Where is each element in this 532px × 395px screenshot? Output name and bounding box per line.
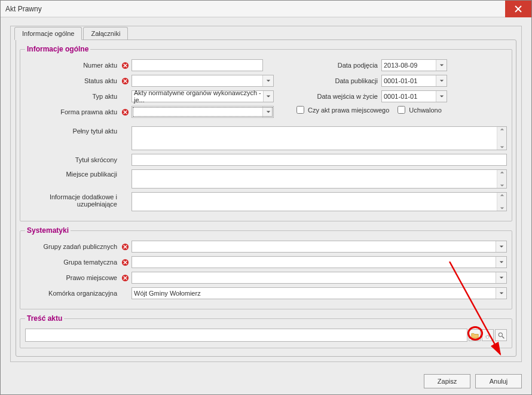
label-typ-aktu: Typ aktu bbox=[25, 93, 121, 100]
required-icon bbox=[121, 108, 129, 116]
tab-general[interactable]: Informacje ogólne bbox=[14, 27, 82, 40]
label-status-aktu: Status aktu bbox=[25, 77, 121, 84]
required-icon bbox=[121, 242, 129, 251]
required-icon bbox=[121, 77, 129, 85]
zoom-button[interactable] bbox=[495, 329, 507, 341]
chevron-down-icon bbox=[496, 272, 506, 283]
titlebar: Akt Prawny bbox=[1, 1, 531, 17]
czy-akt-checkbox[interactable] bbox=[296, 106, 304, 114]
eraser-icon bbox=[484, 332, 492, 339]
svg-line-23 bbox=[502, 336, 504, 338]
main-panel: Informacje ogólne Załączniki Informacje … bbox=[10, 26, 522, 362]
required-icon bbox=[121, 258, 129, 266]
status-aktu-select[interactable] bbox=[132, 75, 274, 87]
label-pelny-tytul: Pełny tytuł aktu bbox=[25, 126, 121, 135]
typ-aktu-select[interactable]: Akty normatywne organów wykonawczych - j… bbox=[132, 90, 274, 102]
numer-aktu-input[interactable] bbox=[132, 59, 263, 71]
label-prawo-miej: Prawo miejscowe bbox=[25, 274, 121, 281]
tab-attachments[interactable]: Załączniki bbox=[83, 27, 128, 40]
label-grupy-zadan: Grupy zadań publicznych bbox=[25, 243, 121, 250]
chevron-down-icon bbox=[263, 91, 273, 102]
grupy-zadan-select[interactable] bbox=[132, 241, 507, 253]
required-icon bbox=[121, 61, 129, 69]
fieldset-tresc: Treść aktu bbox=[20, 314, 512, 348]
required-icon bbox=[121, 274, 129, 282]
miejsce-pub-textarea[interactable] bbox=[132, 169, 507, 189]
data-publikacji-input[interactable]: 0001-01-01 bbox=[381, 75, 447, 87]
close-icon bbox=[515, 5, 522, 13]
eraser-button[interactable] bbox=[482, 329, 494, 341]
label-komorka: Komórka organizacyjna bbox=[25, 290, 121, 297]
close-button[interactable] bbox=[505, 1, 531, 17]
chevron-down-icon bbox=[262, 75, 273, 86]
open-file-button[interactable] bbox=[469, 329, 481, 341]
chevron-down-icon bbox=[496, 257, 506, 268]
chevron-down-icon bbox=[436, 75, 447, 86]
label-tytul-skr: Tytuł skrócony bbox=[25, 156, 121, 163]
label-czy-akt: Czy akt prawa miejscowego bbox=[308, 107, 389, 114]
typ-aktu-value: Akty normatywne organów wykonawczych - j… bbox=[134, 89, 263, 104]
pelny-tytul-textarea[interactable] bbox=[132, 126, 507, 150]
scrollbar[interactable] bbox=[497, 127, 506, 150]
label-grupa-tem: Grupa tematyczna bbox=[25, 259, 121, 266]
label-data-wejscia: Data wejścia w życie bbox=[292, 93, 381, 100]
window-title: Akt Prawny bbox=[5, 5, 42, 13]
label-forma: Forma prawna aktu bbox=[25, 108, 121, 116]
chevron-down-icon bbox=[496, 288, 506, 299]
chevron-down-icon bbox=[436, 60, 447, 71]
chevron-down-icon bbox=[496, 241, 506, 252]
uchwalono-checkbox[interactable] bbox=[398, 106, 405, 114]
prawo-miej-select[interactable] bbox=[132, 272, 507, 284]
label-uchwalono: Uchwalono bbox=[409, 107, 441, 114]
scrollbar[interactable] bbox=[497, 170, 506, 188]
label-info-dod: Informacje dodatkowe i uzupełniające bbox=[25, 192, 121, 208]
label-numer-aktu: Numer aktu bbox=[25, 62, 121, 69]
legend-general: Informacje ogólne bbox=[25, 45, 90, 53]
tytul-skr-input[interactable] bbox=[132, 154, 507, 166]
label-data-podjecia: Data podjęcia bbox=[292, 62, 381, 69]
save-button[interactable]: Zapisz bbox=[424, 374, 470, 388]
scrollbar[interactable] bbox=[497, 193, 506, 211]
fieldset-systematyki: Systematyki Grupy zadań publicznych Grup… bbox=[20, 226, 512, 309]
label-miejsce-pub: Miejsce publikacji bbox=[25, 169, 121, 178]
tresc-input[interactable] bbox=[25, 329, 467, 342]
data-wejscia-input[interactable]: 0001-01-01 bbox=[381, 90, 447, 102]
label-data-publikacji: Data publikacji bbox=[292, 77, 381, 84]
svg-point-22 bbox=[499, 333, 503, 337]
chevron-down-icon bbox=[262, 107, 273, 117]
magnifier-icon bbox=[497, 332, 505, 339]
forma-select[interactable] bbox=[132, 106, 274, 118]
grupa-tem-select[interactable] bbox=[132, 256, 507, 268]
fieldset-general: Informacje ogólne Numer aktu bbox=[20, 45, 512, 221]
legend-tresc: Treść aktu bbox=[25, 314, 64, 323]
legend-systematyki: Systematyki bbox=[25, 226, 71, 235]
info-dod-textarea[interactable] bbox=[132, 192, 507, 211]
komorka-select[interactable]: Wójt Gminy Wołomierz bbox=[132, 287, 507, 299]
data-podjecia-input[interactable]: 2013-08-09 bbox=[381, 59, 447, 71]
folder-icon bbox=[471, 332, 479, 339]
chevron-down-icon bbox=[436, 91, 447, 102]
cancel-button[interactable]: Anuluj bbox=[475, 374, 522, 388]
